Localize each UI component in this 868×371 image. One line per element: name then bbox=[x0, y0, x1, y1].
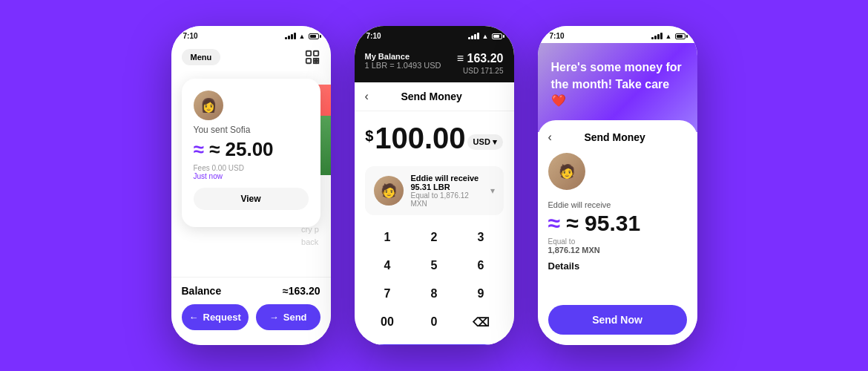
status-icons-1: ▲ bbox=[285, 33, 319, 40]
dark-header: My Balance 1 LBR = 1.0493 USD ≡ 163.20 U… bbox=[355, 43, 514, 82]
time-1: 7:10 bbox=[183, 32, 198, 40]
signal-icon bbox=[285, 33, 296, 39]
details-section: Details bbox=[548, 260, 687, 272]
wifi-icon: ▲ bbox=[299, 33, 306, 40]
details-title: Details bbox=[548, 260, 687, 272]
time-3: 7:10 bbox=[550, 32, 565, 40]
key-9[interactable]: 9 bbox=[458, 280, 504, 307]
avatar-eddie-2: 🧑 bbox=[374, 176, 404, 206]
status-bar-1: 7:10 ▲ bbox=[171, 26, 331, 43]
balance-usd: USD 171.25 bbox=[457, 67, 504, 75]
phone-2-inner: 7:10 ▲ My Balance 1 LBR = 1.0493 USD ≡ 1… bbox=[355, 26, 514, 345]
balance-amount: ≈163.20 bbox=[283, 285, 320, 297]
phone-3-card: ‹ Send Money 🧑 Eddie will receive ≈ ≈ 95… bbox=[538, 120, 697, 345]
back-button-3[interactable]: ‹ bbox=[548, 131, 552, 144]
send-icon: → bbox=[269, 312, 279, 323]
key-8[interactable]: 8 bbox=[412, 280, 457, 307]
battery-icon-2 bbox=[492, 33, 502, 39]
svg-rect-2 bbox=[306, 59, 310, 63]
key-6[interactable]: 6 bbox=[458, 252, 504, 279]
banner-text: Here's some money for the month! Take ca… bbox=[551, 59, 684, 109]
balance-label: Balance bbox=[182, 285, 222, 297]
top-bar-1: Menu bbox=[171, 43, 331, 71]
svg-rect-3 bbox=[313, 59, 315, 61]
balance-amounts: ≡ 163.20 USD 171.25 bbox=[457, 52, 504, 75]
send-label: Send bbox=[283, 312, 307, 323]
time-text: Just now bbox=[194, 172, 309, 180]
signal-icon-3 bbox=[651, 33, 662, 39]
key-00[interactable]: 00 bbox=[365, 309, 410, 335]
request-button[interactable]: ← Request bbox=[182, 304, 249, 330]
card-area: 👩 You sent Sofia ≈ ≈ 25.00 Fees 0.00 USD… bbox=[171, 71, 331, 264]
gradient-banner: Here's some money for the month! Take ca… bbox=[538, 43, 697, 132]
amount-number: 100.00 bbox=[375, 123, 465, 153]
key-4[interactable]: 4 bbox=[365, 252, 410, 279]
key-3[interactable]: 3 bbox=[458, 224, 504, 251]
recipient-name-2: Eddie will receive 95.31 LBR bbox=[411, 174, 483, 191]
send-now-button[interactable]: Send Now bbox=[548, 305, 687, 335]
view-button[interactable]: View bbox=[194, 188, 309, 210]
key-1[interactable]: 1 bbox=[365, 224, 410, 251]
recipient-equiv-2: Equal to 1,876.12 MXN bbox=[411, 191, 483, 208]
balance-header-row: My Balance 1 LBR = 1.0493 USD ≡ 163.20 U… bbox=[365, 52, 504, 75]
send-money-header-3: ‹ Send Money bbox=[548, 131, 687, 144]
equal-amount: 1,876.12 MXN bbox=[548, 246, 687, 255]
bottom-bar-1: Balance ≈163.20 ← Request → Send bbox=[171, 277, 331, 345]
dollar-amount: $ 100.00 USD ▾ bbox=[365, 123, 504, 153]
phone-3-inner: 7:10 ▲ Here's some money for the month! … bbox=[538, 26, 697, 345]
main-card: 👩 You sent Sofia ≈ ≈ 25.00 Fees 0.00 USD… bbox=[182, 79, 320, 227]
tilde-icon-3: ≈ bbox=[548, 211, 560, 235]
phone-2: 7:10 ▲ My Balance 1 LBR = 1.0493 USD ≡ 1… bbox=[355, 26, 514, 345]
wifi-icon-3: ▲ bbox=[665, 33, 672, 40]
svg-rect-6 bbox=[316, 62, 318, 64]
request-icon: ← bbox=[189, 312, 199, 323]
svg-rect-0 bbox=[306, 51, 310, 56]
balance-lbr: 1 LBR = 1.0493 USD bbox=[365, 61, 441, 70]
receive-amount-value: ≈ 95.31 bbox=[566, 211, 640, 235]
dollar-sign: $ bbox=[365, 128, 373, 145]
balance-info: My Balance 1 LBR = 1.0493 USD bbox=[365, 52, 441, 70]
wifi-icon-2: ▲ bbox=[482, 33, 489, 40]
svg-rect-5 bbox=[313, 62, 315, 64]
qr-icon[interactable] bbox=[304, 49, 320, 65]
phone-1: 7:10 ▲ Menu 👩 You sent Sofia ≈ ≈ 25.00 F… bbox=[171, 26, 331, 345]
currency-selector[interactable]: USD ▾ bbox=[467, 134, 503, 150]
key-0[interactable]: 0 bbox=[412, 309, 457, 335]
numpad: 1 2 3 4 5 6 7 8 9 00 0 ⌫ bbox=[355, 221, 514, 338]
recipient-info-2: Eddie will receive 95.31 LBR Equal to 1,… bbox=[411, 174, 483, 208]
tilde-icon: ≈ bbox=[194, 138, 204, 160]
status-icons-2: ▲ bbox=[468, 33, 502, 40]
phone-3: 7:10 ▲ Here's some money for the month! … bbox=[538, 26, 697, 345]
avatar-eddie-3: 🧑 bbox=[548, 153, 585, 190]
menu-button[interactable]: Menu bbox=[182, 49, 221, 65]
currency-label: USD bbox=[473, 137, 490, 146]
sent-label: You sent Sofia bbox=[194, 125, 309, 135]
balance-big: ≡ 163.20 bbox=[457, 52, 504, 65]
signal-icon-2 bbox=[468, 33, 479, 39]
status-bar-3: 7:10 ▲ bbox=[538, 26, 697, 43]
battery-icon bbox=[309, 33, 319, 39]
send-money-header: ‹ Send Money bbox=[355, 82, 514, 111]
back-button-2[interactable]: ‹ bbox=[365, 90, 369, 103]
key-2[interactable]: 2 bbox=[412, 224, 457, 251]
avatar-sofia: 👩 bbox=[194, 91, 223, 120]
equal-label: Equal to bbox=[548, 237, 687, 246]
status-bar-2: 7:10 ▲ bbox=[355, 26, 514, 43]
chevron-down-icon-2: ▾ bbox=[490, 186, 495, 196]
key-backspace[interactable]: ⌫ bbox=[458, 309, 504, 335]
key-5[interactable]: 5 bbox=[412, 252, 457, 279]
fees-text: Fees 0.00 USD bbox=[194, 164, 309, 172]
send-button[interactable]: → Send bbox=[256, 304, 320, 330]
svg-rect-4 bbox=[316, 59, 318, 61]
transaction-amount: ≈ ≈ 25.00 bbox=[194, 138, 309, 161]
svg-rect-1 bbox=[313, 51, 318, 56]
my-balance-title: My Balance bbox=[365, 52, 441, 61]
recipient-row-2[interactable]: 🧑 Eddie will receive 95.31 LBR Equal to … bbox=[365, 166, 504, 215]
receive-amount: ≈ ≈ 95.31 bbox=[548, 211, 687, 236]
key-7[interactable]: 7 bbox=[365, 280, 410, 307]
action-buttons: ← Request → Send bbox=[182, 304, 320, 330]
review-button[interactable]: Review bbox=[365, 344, 504, 345]
amount-section: $ 100.00 USD ▾ bbox=[355, 111, 514, 160]
request-label: Request bbox=[203, 312, 241, 323]
send-money-title-3: Send Money bbox=[558, 131, 672, 143]
